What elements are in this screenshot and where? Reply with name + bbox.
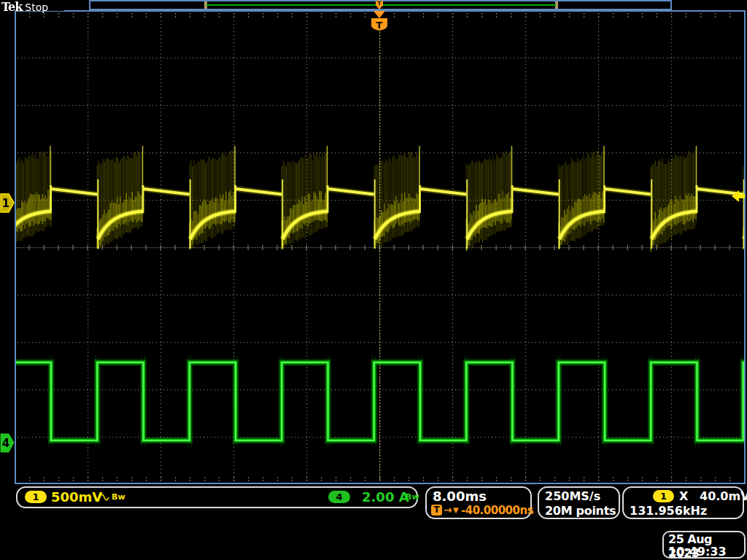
trigger-level-arrow-icon[interactable] (732, 190, 746, 203)
record-trigger-label: T (378, 1, 382, 7)
record-length: 20M points (545, 504, 616, 518)
ch4-marker-label: 4 (2, 437, 9, 450)
trigger-readout-box[interactable]: 1 X 40.0mV 131.956kHz (622, 486, 744, 519)
ch1-marker-label: 1 (2, 197, 9, 210)
ch1-badge: 1 (25, 491, 47, 503)
tek-logo: Tek (1, 0, 22, 14)
trigger-marker-label: T (376, 20, 383, 31)
datetime-box: 25 Aug 2023 10:49:33 (662, 531, 746, 559)
record-view-bar: T (89, 0, 672, 10)
ch4-bandwidth-indicator: Bw (406, 492, 419, 502)
ch1-scale: 500mV (51, 489, 102, 505)
trigger-source-badge: 1 (653, 490, 674, 502)
trigger-level: 40.0mV (700, 489, 747, 503)
time-scale: 8.00ms (433, 489, 487, 504)
sine-wave-icon (99, 493, 110, 502)
acquisition-status: Stop (25, 1, 48, 13)
time-display: 10:49:33 (668, 545, 727, 559)
trigger-t-badge: T (431, 505, 442, 516)
sample-rate: 250MS/s (545, 489, 600, 503)
ch4-scale: 2.00 A (362, 489, 409, 505)
acquisition-readout-box[interactable]: 250MS/s 20M points (538, 486, 620, 519)
trigger-position-value: -40.00000ns (461, 504, 533, 517)
channel-readout-box[interactable]: 1 500mV Bw 4 2.00 A Bw (16, 486, 418, 508)
header: TekStop (1, 0, 64, 11)
trigger-frequency: 131.956kHz (630, 504, 707, 518)
ch1-bandwidth-indicator: Bw (112, 492, 125, 502)
trigger-position-marker[interactable]: T (368, 11, 390, 31)
oscilloscope-screen: TekStop T T 1 4 1 500mV Bw (0, 0, 747, 560)
trigger-slope-symbol: X (679, 489, 688, 503)
ch1-ground-marker[interactable]: 1 (0, 193, 15, 213)
record-trigger-marker[interactable]: T (374, 1, 384, 10)
ch4-ground-marker[interactable]: 4 (0, 433, 15, 453)
waveform-display (15, 10, 746, 484)
arrow-right-icon: → (444, 504, 452, 516)
slope-down-icon: ▼ (453, 506, 459, 514)
ch4-badge: 4 (328, 491, 350, 503)
horizontal-readout-box[interactable]: 8.00ms T → ▼ -40.00000ns (425, 486, 532, 519)
